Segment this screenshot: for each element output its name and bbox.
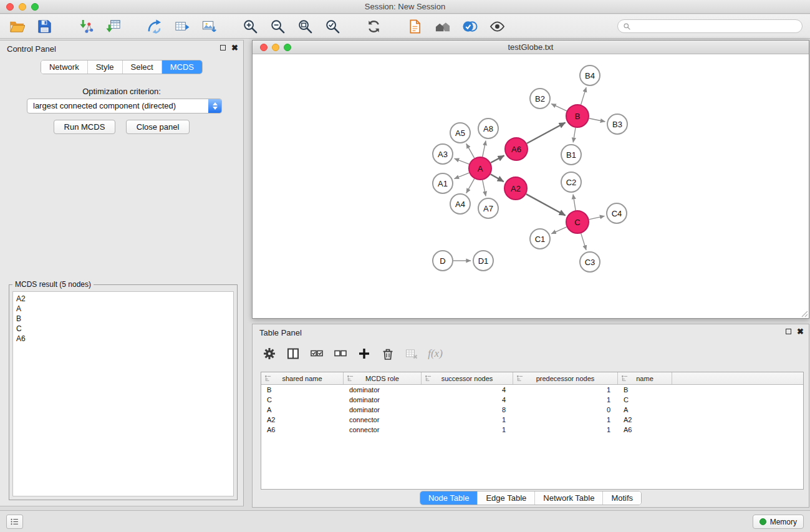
window-controls xyxy=(6,3,39,11)
close-panel-button[interactable]: Close panel xyxy=(126,120,190,134)
select-all-rows-icon[interactable] xyxy=(307,344,326,363)
table-row[interactable]: Adominator80A xyxy=(261,405,803,415)
table-cell: dominator xyxy=(344,395,422,405)
graph-edge-A-A1[interactable] xyxy=(455,173,470,179)
close-window-icon[interactable] xyxy=(6,3,14,11)
task-history-icon[interactable] xyxy=(6,515,23,529)
mcds-result-title: MCDS result (5 nodes) xyxy=(12,280,94,289)
import-table-icon[interactable] xyxy=(104,17,122,36)
graph-edge-B-B4[interactable] xyxy=(581,87,587,105)
zoom-selected-icon[interactable] xyxy=(323,17,342,36)
tab-motifs[interactable]: Motifs xyxy=(602,491,641,505)
delete-column-icon[interactable] xyxy=(378,344,397,363)
column-header-icon xyxy=(347,375,354,382)
run-mcds-button[interactable]: Run MCDS xyxy=(54,120,116,134)
mcds-result-item[interactable]: A xyxy=(16,304,230,314)
table-row[interactable]: A6connector11A6 xyxy=(261,425,803,435)
minimize-window-icon[interactable] xyxy=(19,3,26,11)
table-row[interactable]: Bdominator41B xyxy=(261,385,803,395)
graph-edge-A-A7[interactable] xyxy=(483,180,486,196)
memory-label: Memory xyxy=(770,518,797,526)
export-image-icon[interactable] xyxy=(200,17,218,36)
graph-edge-A-A8[interactable] xyxy=(483,141,486,157)
mcds-result-item[interactable]: A2 xyxy=(16,294,230,304)
search-box[interactable] xyxy=(617,19,803,33)
export-table-icon[interactable] xyxy=(172,17,191,36)
add-column-icon[interactable] xyxy=(355,344,374,363)
network-maximize-icon[interactable] xyxy=(284,44,291,51)
float-table-panel-icon[interactable] xyxy=(786,329,791,334)
graph-edge-C-C2[interactable] xyxy=(573,195,576,210)
tab-mcds[interactable]: MCDS xyxy=(162,60,202,74)
birdseye-icon[interactable] xyxy=(460,17,479,36)
close-panel-icon[interactable]: ✖ xyxy=(231,44,238,52)
mcds-result-list[interactable]: A2ABCA6 xyxy=(12,291,234,496)
mcds-result-item[interactable]: C xyxy=(16,324,230,334)
graph-edge-A-A5[interactable] xyxy=(466,143,475,158)
graph-node-label: C xyxy=(574,218,580,227)
tab-select[interactable]: Select xyxy=(122,60,162,74)
memory-button[interactable]: Memory xyxy=(753,515,804,529)
import-network-icon[interactable] xyxy=(76,17,95,36)
function-builder-icon: f(x) xyxy=(426,344,445,363)
graph-edge-A2-C[interactable] xyxy=(526,194,566,215)
network-view-window: testGlobe.txt AA1A2A3A4A5A6A7A8BB1B2B3B4… xyxy=(252,40,809,319)
graph-edge-A-A6[interactable] xyxy=(491,155,504,163)
graph-edge-A-A2[interactable] xyxy=(491,174,504,181)
refresh-layout-icon[interactable] xyxy=(364,17,383,36)
zoom-out-icon[interactable] xyxy=(268,17,287,36)
close-table-panel-icon[interactable]: ✖ xyxy=(797,327,804,336)
graph-node-label: D1 xyxy=(478,256,489,266)
resize-grip-icon[interactable] xyxy=(800,309,808,317)
column-header-mcds-role[interactable]: MCDS role xyxy=(344,372,422,384)
graph-edge-C-C1[interactable] xyxy=(551,227,566,234)
graph-edge-B-B3[interactable] xyxy=(589,118,605,122)
open-file-icon[interactable] xyxy=(7,17,26,36)
graph-edge-B-B1[interactable] xyxy=(573,128,576,142)
graph-node-label: A5 xyxy=(455,128,465,138)
graph-edge-A-A3[interactable] xyxy=(455,158,470,164)
tab-network[interactable]: Network xyxy=(41,60,87,74)
column-header-name[interactable]: name xyxy=(618,372,672,384)
column-header-shared-name[interactable]: shared name xyxy=(261,372,344,384)
table-row[interactable]: Cdominator41C xyxy=(261,395,803,405)
table-cell: B xyxy=(261,385,344,395)
column-header-successor-nodes[interactable]: successor nodes xyxy=(422,372,513,384)
search-input[interactable] xyxy=(634,22,797,31)
network-canvas[interactable]: AA1A2A3A4A5A6A7A8BB1B2B3B4CC1C2C3C4DD1 xyxy=(253,55,809,318)
save-session-icon[interactable] xyxy=(35,17,54,36)
tab-edge-table[interactable]: Edge Table xyxy=(477,491,534,505)
graph-node-label: A2 xyxy=(511,184,521,193)
network-window-titlebar[interactable]: testGlobe.txt xyxy=(253,41,809,54)
show-graphics-icon[interactable] xyxy=(488,17,506,36)
tab-node-table[interactable]: Node Table xyxy=(420,491,478,505)
delete-table-icon xyxy=(402,344,421,363)
window-title: Session: New Session xyxy=(0,0,810,13)
mcds-result-item[interactable]: A6 xyxy=(16,334,230,344)
column-header-label: name xyxy=(636,375,653,382)
toggle-column-icon[interactable] xyxy=(284,344,302,363)
graph-edge-C-C4[interactable] xyxy=(589,216,605,220)
table-row[interactable]: A2connector11A2 xyxy=(261,415,803,425)
graph-node-label: B1 xyxy=(566,150,576,160)
hide-panels-icon[interactable] xyxy=(433,17,451,36)
zoom-in-icon[interactable] xyxy=(241,17,259,36)
graph-edge-C-C3[interactable] xyxy=(581,233,586,250)
tab-style[interactable]: Style xyxy=(87,60,122,74)
table-settings-icon[interactable] xyxy=(260,344,279,363)
column-header-predecessor-nodes[interactable]: predecessor nodes xyxy=(513,372,618,384)
mcds-result-item[interactable]: B xyxy=(16,314,230,324)
network-close-icon[interactable] xyxy=(260,44,268,51)
zoom-fit-icon[interactable] xyxy=(296,17,314,36)
graph-edge-A6-B[interactable] xyxy=(527,122,566,143)
float-panel-icon[interactable] xyxy=(220,45,226,51)
network-minimize-icon[interactable] xyxy=(272,44,279,51)
tab-network-table[interactable]: Network Table xyxy=(534,491,602,505)
graph-edge-B-B2[interactable] xyxy=(551,104,567,111)
graph-edge-A-A4[interactable] xyxy=(466,179,475,193)
snapshot-icon[interactable] xyxy=(405,17,424,36)
maximize-window-icon[interactable] xyxy=(31,3,39,11)
export-network-icon[interactable] xyxy=(145,17,163,36)
deselect-all-rows-icon[interactable] xyxy=(331,344,350,363)
optimization-criterion-select[interactable]: largest connected component (directed) xyxy=(27,99,222,114)
